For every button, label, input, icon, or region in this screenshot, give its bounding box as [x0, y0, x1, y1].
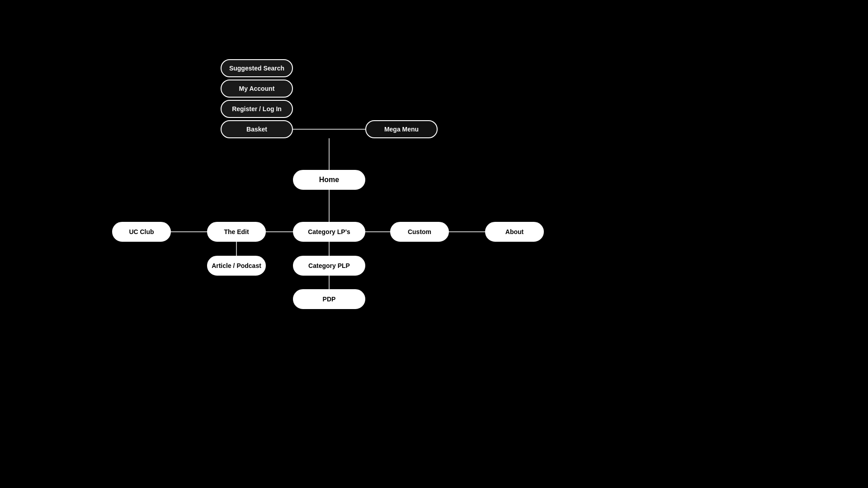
mega-menu-label: Mega Menu: [384, 126, 419, 133]
basket-node[interactable]: Basket: [221, 120, 293, 138]
home-node[interactable]: Home: [293, 170, 365, 190]
basket-label: Basket: [246, 126, 267, 133]
category-plp-label: Category PLP: [308, 262, 350, 269]
category-lps-label: Category LP's: [308, 228, 350, 235]
home-label: Home: [319, 176, 339, 184]
mega-menu-node[interactable]: Mega Menu: [365, 120, 438, 138]
pdp-node[interactable]: PDP: [293, 289, 365, 309]
register-login-label: Register / Log In: [232, 105, 282, 113]
uc-club-label: UC Club: [129, 228, 154, 235]
custom-label: Custom: [408, 228, 431, 235]
about-label: About: [505, 228, 524, 235]
the-edit-label: The Edit: [224, 228, 249, 235]
my-account-label: My Account: [239, 85, 275, 92]
register-login-node[interactable]: Register / Log In: [221, 100, 293, 118]
uc-club-node[interactable]: UC Club: [112, 222, 171, 242]
connector-lines: [0, 0, 868, 488]
diagram-container: Suggested Search My Account Register / L…: [0, 0, 868, 488]
pdp-label: PDP: [323, 296, 336, 303]
the-edit-node[interactable]: The Edit: [207, 222, 266, 242]
about-node[interactable]: About: [485, 222, 544, 242]
category-plp-node[interactable]: Category PLP: [293, 256, 365, 276]
suggested-search-label: Suggested Search: [229, 65, 284, 72]
category-lps-node[interactable]: Category LP's: [293, 222, 365, 242]
article-podcast-node[interactable]: Article / Podcast: [207, 256, 266, 276]
article-podcast-label: Article / Podcast: [212, 262, 261, 269]
my-account-node[interactable]: My Account: [221, 80, 293, 98]
custom-node[interactable]: Custom: [390, 222, 449, 242]
suggested-search-node[interactable]: Suggested Search: [221, 59, 293, 77]
